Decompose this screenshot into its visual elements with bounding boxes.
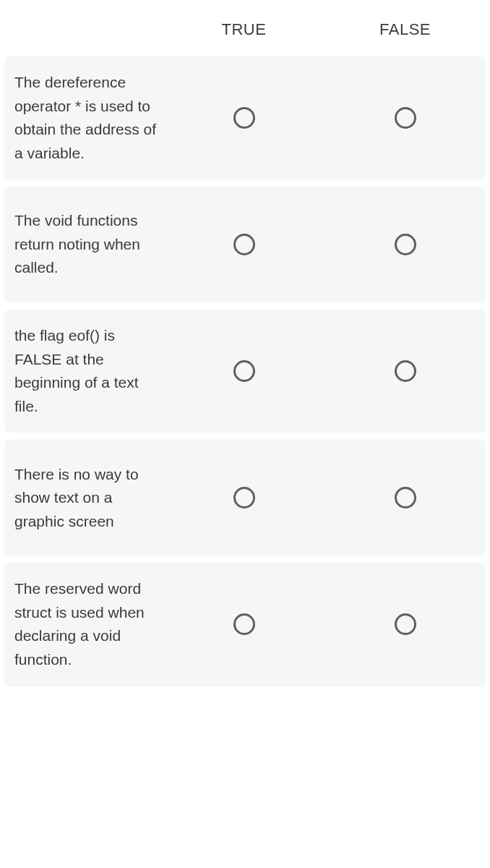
radio-cell-true	[163, 613, 324, 635]
radio-true-2[interactable]	[233, 234, 255, 255]
radio-false-5[interactable]	[395, 613, 416, 635]
header-spacer	[4, 20, 163, 39]
radio-false-1[interactable]	[395, 107, 416, 129]
radio-true-1[interactable]	[233, 107, 255, 129]
radio-false-2[interactable]	[395, 234, 416, 255]
radio-cell-false	[324, 487, 486, 509]
question-text: The dereference operator * is used to ob…	[4, 71, 163, 165]
radio-true-3[interactable]	[233, 360, 255, 382]
radio-cell-true	[163, 107, 324, 129]
question-row-4: There is no way to show text on a graphi…	[4, 440, 486, 556]
question-row-2: The void functions return noting when ca…	[4, 187, 486, 302]
radio-cell-false	[324, 613, 486, 635]
question-text: The reserved word struct is used when de…	[4, 577, 163, 671]
header-row: TRUE FALSE	[4, 6, 486, 56]
header-false: FALSE	[324, 20, 486, 39]
quiz-container: TRUE FALSE The dereference operator * is…	[0, 0, 490, 699]
question-row-5: The reserved word struct is used when de…	[4, 563, 486, 686]
question-row-3: the flag eof() is FALSE at the beginning…	[4, 310, 486, 433]
header-true: TRUE	[163, 20, 324, 39]
radio-false-4[interactable]	[395, 487, 416, 509]
radio-true-4[interactable]	[233, 487, 255, 509]
radio-cell-true	[163, 234, 324, 255]
question-text: The void functions return noting when ca…	[4, 209, 163, 280]
question-row-1: The dereference operator * is used to ob…	[4, 56, 486, 179]
radio-cell-true	[163, 487, 324, 509]
radio-cell-true	[163, 360, 324, 382]
radio-false-3[interactable]	[395, 360, 416, 382]
question-text: the flag eof() is FALSE at the beginning…	[4, 324, 163, 418]
radio-true-5[interactable]	[233, 613, 255, 635]
radio-cell-false	[324, 107, 486, 129]
radio-cell-false	[324, 234, 486, 255]
radio-cell-false	[324, 360, 486, 382]
question-text: There is no way to show text on a graphi…	[4, 463, 163, 534]
